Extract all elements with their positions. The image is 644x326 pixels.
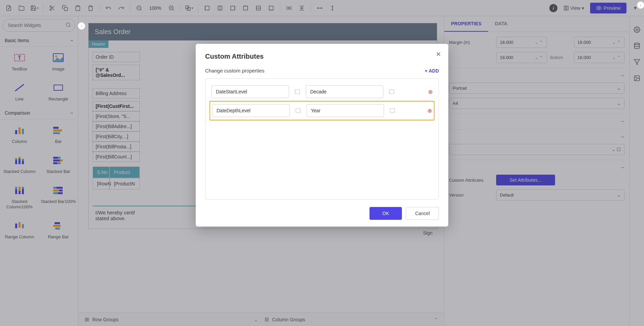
- modal-overlay: Custom Attributes ✕ Change custom proper…: [0, 0, 644, 326]
- modal-title: Custom Attributes: [205, 53, 439, 60]
- collapse-left-handle[interactable]: ‹: [78, 22, 85, 30]
- attr-name-input[interactable]: [212, 104, 290, 117]
- ok-button[interactable]: OK: [369, 207, 402, 220]
- attribute-row: ⊗: [210, 101, 434, 120]
- attr-value-input[interactable]: [306, 85, 383, 98]
- attr-checkbox[interactable]: [390, 108, 395, 113]
- attr-value-input[interactable]: [307, 104, 384, 117]
- modal-subtitle: Change custom properties: [205, 68, 264, 73]
- custom-attributes-modal: Custom Attributes ✕ Change custom proper…: [196, 44, 448, 227]
- add-button[interactable]: + ADD: [425, 68, 439, 73]
- attr-checkbox[interactable]: [295, 89, 300, 94]
- delete-icon[interactable]: ⊗: [428, 89, 432, 95]
- close-icon[interactable]: ✕: [436, 51, 441, 58]
- modal-body: ⊗⊗: [205, 78, 439, 200]
- attr-checkbox[interactable]: [389, 89, 394, 94]
- delete-icon[interactable]: ⊗: [427, 108, 432, 114]
- attr-checkbox[interactable]: [296, 108, 300, 113]
- attribute-row: ⊗: [210, 83, 434, 101]
- attr-name-input[interactable]: [212, 85, 289, 98]
- cancel-button[interactable]: Cancel: [406, 207, 439, 220]
- collapse-right-handle[interactable]: ›: [637, 1, 644, 9]
